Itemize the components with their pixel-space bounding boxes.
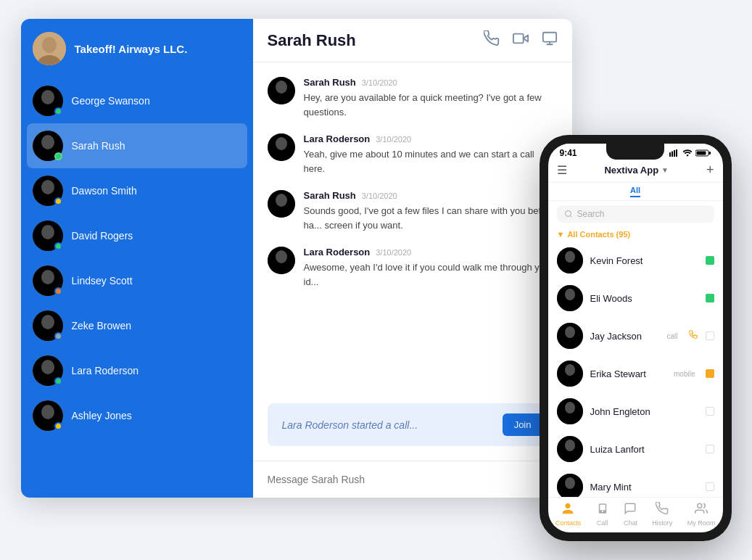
sidebar-contact-dawson-smith[interactable]: Dawson Smith	[21, 168, 253, 213]
phone-mock: 9:41 ☰ Nextiva App ▼ + All	[540, 135, 732, 541]
svg-point-59	[565, 326, 575, 338]
message-item: Lara Roderson3/10/2020Awesome, yeah I'd …	[268, 247, 558, 289]
phone-contact-name: Kevin Forest	[590, 255, 698, 266]
svg-point-25	[41, 405, 54, 419]
call-waves-icon	[688, 329, 698, 342]
chat-area: Sarah Rush	[253, 19, 572, 498]
phone-contact-avatar	[557, 398, 583, 424]
svg-point-78	[601, 511, 603, 512]
message-sender: Sarah Rush	[304, 77, 356, 88]
phone-nav-call[interactable]: Call	[596, 502, 609, 527]
chat-title: Sarah Rush	[268, 31, 356, 50]
status-dot	[54, 377, 62, 385]
phone-contact-status	[706, 407, 714, 416]
message-time: 3/10/2020	[362, 78, 397, 87]
join-call-button[interactable]: Join	[503, 413, 543, 436]
dropdown-arrow[interactable]: ▼	[661, 166, 669, 174]
phone-contact-erika-stewart[interactable]: Erika Stewartmobile	[548, 355, 723, 392]
video-icon[interactable]	[513, 30, 529, 50]
hamburger-icon[interactable]: ☰	[557, 163, 567, 177]
phone-contact-avatar	[557, 361, 583, 387]
phone-contact-avatar	[557, 285, 583, 311]
sidebar-contact-zeke-browen[interactable]: Zeke Browen	[21, 303, 253, 348]
status-dot	[54, 422, 62, 430]
phone-contact-name: Jay Jackson	[590, 331, 660, 342]
svg-rect-29	[542, 33, 555, 42]
svg-point-7	[41, 135, 54, 149]
phone-contact-kevin-forest[interactable]: Kevin Forest	[548, 242, 723, 279]
svg-point-71	[565, 477, 575, 489]
phone-contact-name: Erika Stewart	[590, 368, 667, 379]
contact-avatar-wrap	[33, 265, 63, 296]
svg-point-36	[276, 137, 287, 150]
phone-nav-my-room[interactable]: My Room	[687, 502, 716, 527]
phone-contact-status	[706, 482, 714, 491]
svg-point-4	[41, 90, 54, 104]
contact-name: Lara Roderson	[72, 365, 139, 376]
contact-avatar-wrap	[33, 221, 63, 251]
search-placeholder: Search	[577, 209, 605, 219]
history-nav-icon	[656, 502, 669, 518]
svg-point-56	[565, 289, 575, 300]
phone-contact-luiza-lanfort[interactable]: Luiza Lanfort	[548, 430, 723, 468]
message-sender: Lara Roderson	[304, 133, 371, 144]
sidebar-contact-ashley-jones[interactable]: Ashley Jones	[21, 393, 253, 438]
phone-notch	[606, 144, 664, 160]
sidebar: Takeoff! Airways LLC. George SwansonSara…	[21, 19, 253, 498]
sidebar-contact-david-rogers[interactable]: David Rogers	[21, 213, 253, 258]
phone-app-name: Nextiva App ▼	[604, 165, 669, 176]
screen-share-icon[interactable]	[542, 30, 558, 50]
phone-contact-jay-jackson[interactable]: Jay Jacksoncall	[548, 317, 723, 355]
svg-rect-28	[513, 34, 523, 44]
phone-contact-avatar	[557, 247, 583, 273]
chat-messages: Sarah Rush3/10/2020Hey, are you availabl…	[253, 62, 572, 403]
chat-input-area[interactable]	[253, 461, 572, 498]
contact-avatar-wrap	[33, 310, 63, 341]
message-avatar	[268, 77, 295, 104]
sidebar-contact-sarah-rush[interactable]: Sarah Rush	[27, 123, 247, 168]
svg-rect-46	[674, 150, 675, 157]
phone-status-icons	[669, 149, 711, 157]
all-tab[interactable]: All	[630, 186, 640, 197]
phone-contact-status	[706, 332, 714, 340]
svg-rect-50	[708, 152, 711, 155]
add-contact-icon[interactable]: +	[706, 162, 714, 178]
message-avatar	[268, 133, 295, 161]
message-content: Sarah Rush3/10/2020Sounds good, I've got…	[304, 190, 558, 232]
message-content: Sarah Rush3/10/2020Hey, are you availabl…	[304, 77, 558, 119]
sidebar-header: Takeoff! Airways LLC.	[21, 19, 253, 78]
message-item: Lara Roderson3/10/2020Yeah, give me abou…	[268, 133, 558, 176]
contact-avatar-wrap	[33, 131, 63, 161]
message-text: Sounds good, I've got a few files I can …	[304, 204, 558, 232]
app-container: Takeoff! Airways LLC. George SwansonSara…	[21, 19, 732, 541]
phone-nav-contacts[interactable]: Contacts	[555, 502, 582, 527]
phone-icon[interactable]	[484, 30, 500, 50]
contact-name: Sarah Rush	[72, 140, 125, 152]
phone-contact-name: John Engleton	[590, 406, 698, 417]
contact-name: Lindsey Scott	[72, 275, 133, 287]
phone-contact-john-engleton[interactable]: John Engleton	[548, 392, 723, 430]
sidebar-contact-lara-roderson[interactable]: Lara Roderson	[21, 348, 253, 393]
svg-point-51	[565, 211, 571, 217]
svg-rect-45	[672, 152, 673, 157]
message-item: Sarah Rush3/10/2020Sounds good, I've got…	[268, 190, 558, 232]
svg-point-68	[565, 440, 575, 451]
my room-nav-icon	[695, 502, 708, 518]
sidebar-contact-lindsey-scott[interactable]: Lindsey Scott	[21, 258, 253, 303]
phone-contact-label: call	[666, 332, 677, 340]
phone-contact-status	[706, 294, 714, 302]
svg-point-10	[41, 180, 54, 194]
sidebar-contact-george-swanson[interactable]: George Swanson	[21, 78, 253, 123]
phone-contact-label: mobile	[674, 370, 695, 378]
phone-nav-chat[interactable]: Chat	[624, 502, 637, 527]
phone-nav-history[interactable]: History	[652, 502, 672, 527]
message-input[interactable]	[268, 474, 558, 485]
phone-contact-mary-mint[interactable]: Mary Mint	[548, 468, 723, 497]
phone-contact-eli-woods[interactable]: Eli Woods	[548, 279, 723, 317]
contacts-nav-label: Contacts	[555, 519, 582, 527]
phone-contact-status	[706, 256, 714, 265]
phone-search[interactable]: Search	[557, 205, 714, 223]
svg-rect-49	[696, 152, 706, 155]
phone-contact-avatar	[557, 323, 583, 349]
status-dot	[54, 287, 62, 295]
